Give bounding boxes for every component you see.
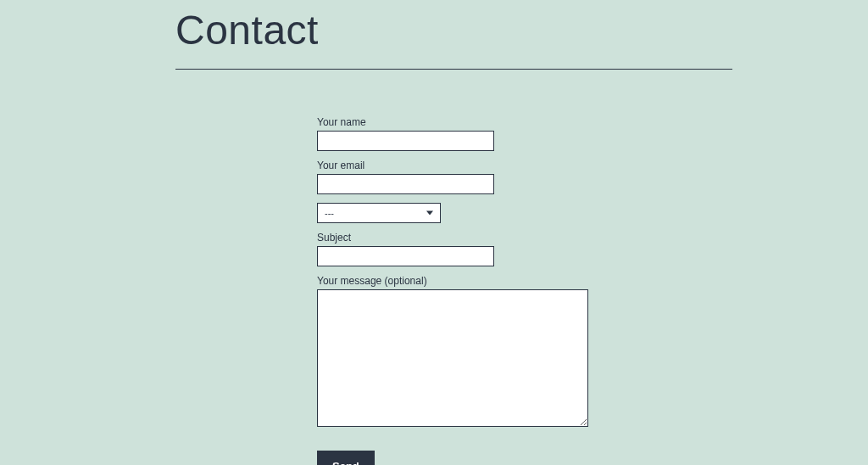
subject-label: Subject	[317, 232, 732, 244]
dropdown-selected-value: ---	[325, 208, 334, 218]
chevron-down-icon	[426, 211, 433, 216]
name-field-group: Your name	[317, 116, 732, 151]
subject-field-group: Subject	[317, 232, 732, 266]
message-label: Your message (optional)	[317, 275, 732, 287]
message-textarea[interactable]	[317, 289, 588, 427]
page-title: Contact	[175, 0, 732, 69]
dropdown-select[interactable]: ---	[317, 203, 441, 223]
email-label: Your email	[317, 160, 732, 171]
name-input[interactable]	[317, 131, 494, 151]
name-label: Your name	[317, 116, 732, 128]
email-input[interactable]	[317, 174, 494, 194]
email-field-group: Your email	[317, 160, 732, 194]
subject-input[interactable]	[317, 246, 494, 266]
page-container: Contact Your name Your email --- Subject…	[0, 0, 868, 465]
title-divider	[175, 69, 732, 70]
send-button[interactable]: Send	[317, 451, 375, 465]
dropdown-field-group: ---	[317, 203, 441, 223]
message-field-group: Your message (optional)	[317, 275, 732, 430]
contact-form: Your name Your email --- Subject Your me…	[317, 116, 732, 465]
